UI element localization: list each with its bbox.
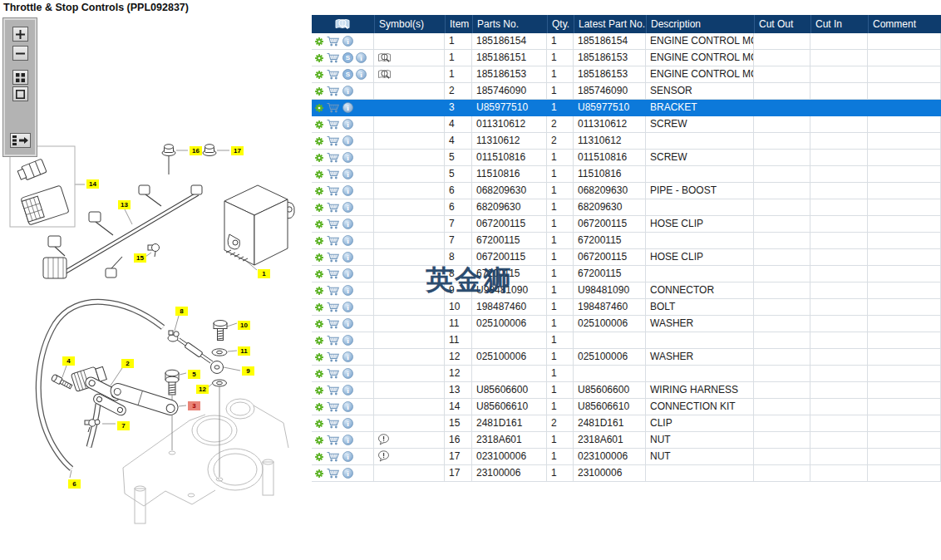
gear-icon[interactable] (314, 269, 324, 279)
gear-icon[interactable] (314, 452, 324, 462)
cart-icon[interactable] (327, 418, 340, 429)
gear-icon[interactable] (314, 236, 324, 246)
callout-label-14[interactable]: 14 (86, 179, 99, 189)
table-row[interactable]: i170231000061023100006NUT (312, 449, 941, 465)
tile-view-button[interactable] (12, 70, 28, 85)
gear-icon[interactable] (314, 352, 324, 362)
info-icon[interactable]: i (342, 185, 353, 196)
info-icon[interactable]: i (342, 135, 353, 146)
table-row[interactable]: i152481D16122481D161CLIP (312, 415, 941, 432)
cart-icon[interactable] (327, 368, 340, 379)
header-cell-item[interactable]: Item (445, 15, 472, 33)
cart-icon[interactable] (327, 335, 340, 346)
cart-icon[interactable] (327, 451, 340, 462)
callout-label-17[interactable]: 17 (231, 146, 244, 155)
table-row[interactable]: i40113106122011310612SCREW (312, 116, 941, 133)
table-row[interactable]: i50115108161011510816SCREW (312, 150, 941, 166)
info-icon[interactable]: i (342, 102, 353, 113)
info-icon[interactable]: i (356, 52, 367, 63)
gear-icon[interactable] (314, 419, 324, 429)
export-panel-button[interactable] (10, 133, 31, 148)
cart-icon[interactable] (327, 36, 340, 47)
info-icon[interactable]: i (342, 86, 353, 96)
gear-icon[interactable] (314, 70, 324, 80)
comment-balloon-icon[interactable] (377, 450, 390, 463)
gear-icon[interactable] (314, 386, 324, 395)
header-cell-cut-out[interactable]: Cut Out (754, 15, 810, 33)
gear-icon[interactable] (314, 435, 324, 445)
info-icon[interactable]: i (342, 302, 353, 312)
table-row[interactable]: Si11851861531185186153ENGINE CONTROL MOD… (312, 66, 941, 83)
substitute-icon[interactable]: S (342, 52, 353, 63)
table-row[interactable]: i767200115167200115 (312, 233, 941, 249)
gear-icon[interactable] (314, 286, 324, 296)
callout-label-11[interactable]: 11 (238, 346, 250, 356)
info-icon[interactable]: i (342, 451, 353, 462)
callout-label-2[interactable]: 2 (121, 359, 134, 368)
cart-icon[interactable] (327, 285, 340, 296)
callout-label-3[interactable]: 3 (188, 401, 200, 410)
table-row[interactable]: i13U856066001U85606600WIRING HARNESS (312, 382, 941, 399)
info-icon[interactable]: i (342, 418, 353, 429)
callout-label-7[interactable]: 7 (117, 421, 130, 430)
callout-label-1[interactable]: 1 (258, 269, 270, 278)
callout-label-12[interactable]: 12 (196, 385, 209, 394)
cart-icon[interactable] (327, 152, 340, 163)
gear-icon[interactable] (314, 336, 324, 346)
table-row[interactable]: i80672001151067200115HOSE CLIP (312, 249, 941, 266)
callout-label-6[interactable]: 6 (68, 479, 81, 489)
info-icon[interactable]: i (342, 318, 353, 329)
info-icon[interactable]: i (342, 219, 353, 229)
info-icon[interactable]: i (342, 285, 353, 296)
gear-icon[interactable] (314, 402, 324, 412)
info-icon[interactable]: i (342, 235, 353, 246)
table-row[interactable]: i867200115167200115 (312, 266, 941, 282)
table-row[interactable]: i60682096301068209630PIPE - BOOST (312, 183, 941, 199)
info-icon[interactable]: i (342, 152, 353, 163)
gear-icon[interactable] (314, 169, 324, 179)
cart-icon[interactable] (327, 302, 340, 312)
info-icon[interactable]: i (342, 385, 353, 395)
info-icon[interactable]: i (342, 252, 353, 263)
gear-icon[interactable] (314, 186, 324, 196)
gear-icon[interactable] (314, 120, 324, 130)
table-row[interactable]: i101984874601198487460BOLT (312, 299, 941, 316)
header-cell-latest-part-no-[interactable]: Latest Part No. (574, 15, 646, 33)
cart-icon[interactable] (327, 268, 340, 279)
cart-icon[interactable] (327, 318, 340, 329)
gear-icon[interactable] (314, 153, 324, 163)
gear-icon[interactable] (314, 369, 324, 379)
table-row[interactable]: i3U859775101U85977510BRACKET (312, 100, 941, 116)
table-row[interactable]: i21857460901185746090SENSOR (312, 83, 941, 100)
table-row[interactable]: i411310612211310612 (312, 133, 941, 150)
cart-icon[interactable] (327, 385, 340, 395)
info-icon[interactable]: i (342, 351, 353, 362)
info-icon[interactable]: i (342, 169, 353, 179)
table-row[interactable]: i162318A60112318A601NUT (312, 432, 941, 449)
info-icon[interactable]: i (342, 268, 353, 279)
cart-icon[interactable] (327, 351, 340, 362)
info-icon[interactable]: i (342, 36, 353, 47)
info-icon[interactable]: i (342, 401, 353, 412)
cart-icon[interactable] (327, 86, 340, 96)
cart-icon[interactable] (327, 401, 340, 412)
callout-label-8[interactable]: 8 (175, 307, 188, 316)
callout-label-16[interactable]: 16 (190, 146, 202, 155)
table-row[interactable]: i110251000061025100006WASHER (312, 316, 941, 332)
gear-icon[interactable] (314, 469, 324, 479)
header-cell-cut-in[interactable]: Cut In (810, 15, 868, 33)
header-cell-description[interactable]: Description (646, 15, 754, 33)
gear-icon[interactable] (314, 136, 324, 146)
info-icon[interactable]: i (342, 435, 353, 445)
table-row[interactable]: i120251000061025100006WASHER (312, 349, 941, 366)
gear-icon[interactable] (314, 219, 324, 229)
table-row[interactable]: i14U856066101U85606610CONNECTION KIT (312, 399, 941, 415)
callout-label-9[interactable]: 9 (242, 366, 254, 376)
info-icon[interactable]: i (342, 202, 353, 213)
parts-book-icon[interactable] (334, 17, 352, 32)
info-icon[interactable]: i (342, 119, 353, 130)
cart-icon[interactable] (327, 235, 340, 246)
cart-icon[interactable] (327, 185, 340, 196)
header-cell-parts-no-[interactable]: Parts No. (472, 15, 547, 33)
info-icon[interactable]: i (342, 335, 353, 346)
